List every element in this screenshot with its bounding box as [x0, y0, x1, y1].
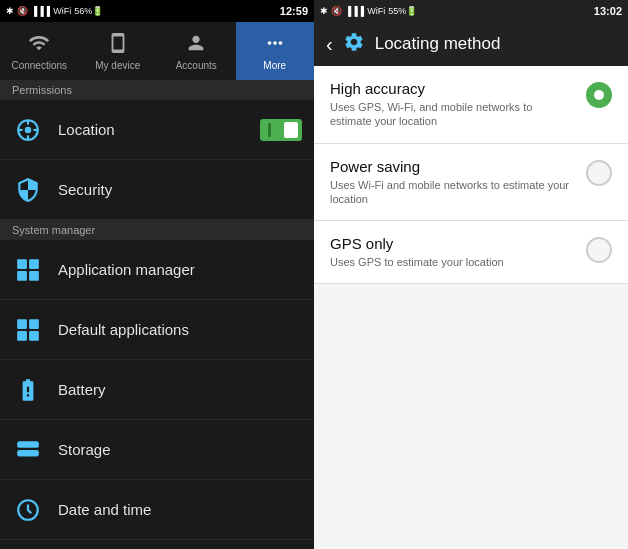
gps-only-title: GPS only [330, 235, 574, 252]
locating-gear-icon [343, 31, 365, 58]
left-panel: ✱ 🔇 ▐▐▐ WiFi 56%🔋 12:59 Connections My d… [0, 0, 314, 549]
permissions-header: Permissions [0, 80, 314, 100]
left-status-icons: ✱ 🔇 ▐▐▐ WiFi 56%🔋 [6, 6, 103, 16]
right-wifi-icon: WiFi [367, 6, 385, 16]
my-device-icon [107, 32, 129, 57]
location-label: Location [58, 121, 260, 138]
status-bar-right: ✱ 🔇 ▐▐▐ WiFi 55%🔋 13:02 [314, 0, 628, 22]
wifi-icon: WiFi [53, 6, 71, 16]
toggle-bar [268, 123, 271, 137]
right-panel: ✱ 🔇 ▐▐▐ WiFi 55%🔋 13:02 ‹ Locating metho… [314, 0, 628, 549]
svg-rect-11 [29, 319, 39, 329]
tab-my-device[interactable]: My device [79, 22, 158, 80]
default-apps-label: Default applications [58, 321, 302, 338]
location-toggle[interactable] [260, 119, 302, 141]
battery-item-icon [12, 374, 44, 406]
power-saving-text: Power saving Uses Wi-Fi and mobile netwo… [330, 158, 574, 207]
developer-item[interactable]: Developer options [0, 540, 314, 549]
svg-rect-8 [17, 271, 27, 281]
settings-list: Permissions Location [0, 80, 314, 549]
high-accuracy-text: High accuracy Uses GPS, Wi-Fi, and mobil… [330, 80, 574, 129]
mute-icon: 🔇 [17, 6, 28, 16]
right-bluetooth-icon: ✱ [320, 6, 328, 16]
gps-only-option[interactable]: GPS only Uses GPS to estimate your locat… [314, 221, 628, 284]
power-saving-radio[interactable] [586, 160, 612, 186]
location-toggle-visual [260, 119, 302, 141]
accounts-label: Accounts [176, 60, 217, 71]
date-time-icon [12, 494, 44, 526]
default-apps-icon [12, 314, 44, 346]
power-saving-option[interactable]: Power saving Uses Wi-Fi and mobile netwo… [314, 144, 628, 222]
gps-only-radio[interactable] [586, 237, 612, 263]
storage-item[interactable]: Storage [0, 420, 314, 480]
svg-rect-13 [29, 331, 39, 341]
right-battery-icon: 55%🔋 [388, 6, 417, 16]
bluetooth-icon: ✱ [6, 6, 14, 16]
more-icon [264, 32, 286, 57]
right-status-time: 13:02 [594, 5, 622, 17]
tab-accounts[interactable]: Accounts [157, 22, 236, 80]
app-manager-item[interactable]: Application manager [0, 240, 314, 300]
battery-icon: 56%🔋 [74, 6, 103, 16]
tab-more[interactable]: More [236, 22, 315, 80]
app-manager-label: Application manager [58, 261, 302, 278]
high-accuracy-option[interactable]: High accuracy Uses GPS, Wi-Fi, and mobil… [314, 66, 628, 144]
my-device-label: My device [95, 60, 140, 71]
back-button[interactable]: ‹ [326, 33, 333, 56]
storage-item-icon [12, 434, 44, 466]
security-label: Security [58, 181, 302, 198]
power-saving-desc: Uses Wi-Fi and mobile networks to estima… [330, 178, 574, 207]
battery-label: Battery [58, 381, 302, 398]
signal-icon: ▐▐▐ [31, 6, 50, 16]
location-icon [12, 114, 44, 146]
gps-only-desc: Uses GPS to estimate your location [330, 255, 574, 269]
more-label: More [263, 60, 286, 71]
system-manager-header: System manager [0, 220, 314, 240]
high-accuracy-radio[interactable] [586, 82, 612, 108]
svg-rect-12 [17, 331, 27, 341]
svg-rect-10 [17, 319, 27, 329]
high-accuracy-desc: Uses GPS, Wi-Fi, and mobile networks to … [330, 100, 574, 129]
svg-point-1 [25, 126, 32, 133]
toggle-knob [284, 122, 298, 138]
right-content: High accuracy Uses GPS, Wi-Fi, and mobil… [314, 66, 628, 549]
svg-rect-6 [17, 259, 27, 269]
svg-rect-7 [29, 259, 39, 269]
battery-item[interactable]: Battery [0, 360, 314, 420]
connections-icon [28, 32, 50, 57]
date-time-label: Date and time [58, 501, 302, 518]
right-signal-icon: ▐▐▐ [345, 6, 364, 16]
power-saving-title: Power saving [330, 158, 574, 175]
left-status-time: 12:59 [280, 5, 308, 17]
gps-only-text: GPS only Uses GPS to estimate your locat… [330, 235, 574, 269]
accounts-icon [185, 32, 207, 57]
app-manager-icon [12, 254, 44, 286]
svg-rect-9 [29, 271, 39, 281]
high-accuracy-title: High accuracy [330, 80, 574, 97]
security-item[interactable]: Security [0, 160, 314, 220]
right-status-icons: ✱ 🔇 ▐▐▐ WiFi 55%🔋 [320, 6, 417, 16]
tab-bar: Connections My device Accounts [0, 22, 314, 80]
toolbar-title: Locating method [375, 34, 501, 54]
right-toolbar: ‹ Locating method [314, 22, 628, 66]
location-item[interactable]: Location [0, 100, 314, 160]
tab-connections[interactable]: Connections [0, 22, 79, 80]
connections-label: Connections [11, 60, 67, 71]
storage-label: Storage [58, 441, 302, 458]
default-apps-item[interactable]: Default applications [0, 300, 314, 360]
status-bar-left: ✱ 🔇 ▐▐▐ WiFi 56%🔋 12:59 [0, 0, 314, 22]
date-time-item[interactable]: Date and time [0, 480, 314, 540]
right-mute-icon: 🔇 [331, 6, 342, 16]
security-icon [12, 174, 44, 206]
